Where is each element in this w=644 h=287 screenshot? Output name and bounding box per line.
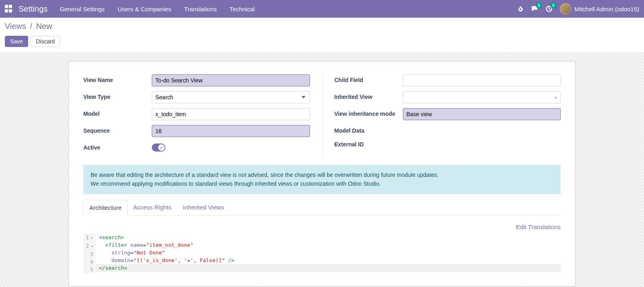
activities-icon[interactable]: 5 [545, 5, 553, 12]
messages-icon[interactable]: 5 [531, 5, 538, 12]
avatar [560, 3, 571, 14]
messages-badge: 5 [536, 2, 542, 8]
sequence-label: Sequence [83, 125, 152, 134]
control-panel: Views / New Save Discard [0, 18, 644, 53]
view-name-input[interactable] [152, 74, 310, 86]
breadcrumb-parent[interactable]: Views [5, 22, 26, 31]
inherited-view-input[interactable] [403, 91, 561, 103]
model-data-label: Model Data [334, 125, 403, 134]
discard-button[interactable]: Discard [31, 36, 60, 47]
content-area: View Name View Type Search Model [0, 53, 644, 287]
user-menu[interactable]: Mitchell Admin (odoo15) [560, 3, 639, 14]
nav-general-settings[interactable]: General Settings [60, 6, 105, 12]
nav-users-companies[interactable]: Users & Companies [118, 6, 171, 12]
model-label: Model [83, 108, 152, 117]
nav-right: 5 5 Mitchell Admin (odoo15) [517, 3, 639, 14]
child-field-input[interactable] [403, 74, 561, 86]
form-sheet: View Name View Type Search Model [68, 61, 576, 287]
inherited-view-label: Inherited View [334, 91, 403, 100]
breadcrumb-current: New [36, 22, 52, 31]
edit-translations-link[interactable]: Edit Translations [516, 223, 561, 230]
code-gutter: 1 2 3 4 5 [83, 234, 96, 273]
tab-content: Edit Translations 1 2 3 4 5 <search> <fi… [83, 215, 561, 273]
form-col-right: Child Field Inherited View View inherita… [322, 74, 561, 158]
inheritance-mode-select[interactable]: Base view [403, 108, 561, 120]
tab-architecture[interactable]: Architecture [83, 200, 128, 215]
code-editor[interactable]: 1 2 3 4 5 <search> <filter name="item_no… [83, 234, 561, 273]
app-title: Settings [19, 4, 47, 14]
view-name-label: View Name [83, 74, 152, 83]
activities-badge: 5 [550, 2, 557, 8]
model-input[interactable] [152, 108, 310, 120]
warning-box: Be aware that editing the architecture o… [83, 165, 561, 194]
breadcrumb: Views / New [5, 22, 639, 31]
warning-line-2: We recommend applying modifications to s… [91, 179, 553, 188]
save-button[interactable]: Save [5, 36, 28, 47]
tab-access-rights[interactable]: Access Rights [128, 200, 177, 215]
view-type-label: View Type [83, 91, 152, 100]
edit-translations-wrap: Edit Translations [83, 223, 561, 230]
debug-icon[interactable] [517, 6, 524, 12]
active-toggle[interactable] [152, 144, 165, 152]
tab-inherited-views[interactable]: Inherited Views [177, 200, 229, 215]
breadcrumb-sep: / [30, 22, 33, 31]
child-field-label: Child Field [334, 74, 403, 83]
nav-technical[interactable]: Technical [230, 6, 255, 12]
top-navbar: Settings General Settings Users & Compan… [0, 0, 644, 18]
sequence-input[interactable] [152, 125, 310, 137]
user-name: Mitchell Admin (odoo15) [574, 6, 639, 12]
nav-translations[interactable]: Translations [184, 6, 217, 12]
action-buttons: Save Discard [5, 36, 639, 47]
code-lines[interactable]: <search> <filter name="item_not_done" st… [96, 234, 561, 273]
inheritance-mode-label: View inheritance mode [334, 108, 403, 117]
nav-menu: General Settings Users & Companies Trans… [60, 6, 255, 12]
active-label: Active [83, 142, 152, 151]
warning-line-1: Be aware that editing the architecture o… [91, 170, 553, 179]
form-grid: View Name View Type Search Model [83, 74, 561, 158]
tabs: Architecture Access Rights Inherited Vie… [83, 200, 561, 215]
apps-icon[interactable] [5, 5, 13, 13]
view-type-select[interactable]: Search [152, 91, 310, 103]
form-col-left: View Name View Type Search Model [83, 74, 322, 158]
external-id-label: External ID [334, 139, 403, 148]
